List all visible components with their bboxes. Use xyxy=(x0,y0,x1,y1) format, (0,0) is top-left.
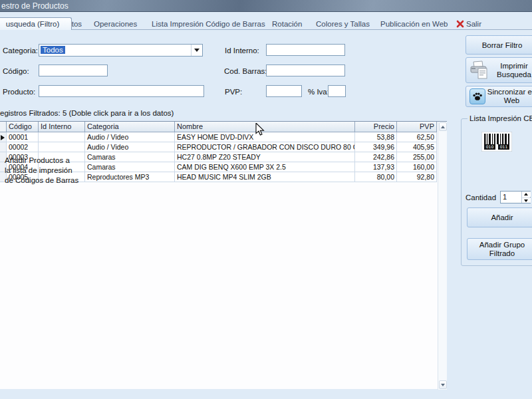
tab-colores-tallas[interactable]: Colores y Tallas xyxy=(316,20,370,29)
tab-lista-impresion-cb[interactable]: Lista Impresión Código de Barras xyxy=(152,20,265,29)
iva-label: % Iva: xyxy=(308,88,329,96)
add-products-info-line1: Añadir Productos a xyxy=(5,156,78,166)
table-header-row: Código Id Interno Categoria Nombre Preci… xyxy=(0,122,438,132)
table-row[interactable]: 00001 Audio / Video EASY HOME DVD-DIVX 5… xyxy=(0,132,438,142)
anadir-grupo-label-line1: Añadir Grupo xyxy=(479,241,525,249)
scroll-down-icon xyxy=(441,384,445,386)
anadir-grupo-filtrado-button[interactable]: Añadir Grupo Filtrado xyxy=(467,238,532,260)
tab-salir[interactable]: Salir xyxy=(456,20,481,29)
cell-precio: 349,96 xyxy=(355,142,397,152)
tab-operaciones[interactable]: Operaciones xyxy=(94,20,137,29)
codigo-input[interactable] xyxy=(39,65,108,76)
cell-categoria: Reproductores MP3 xyxy=(85,172,175,182)
cell-precio: 242,86 xyxy=(355,152,397,162)
printer-icon xyxy=(469,60,490,81)
sincronizar-web-button[interactable]: Sincronizar en Web xyxy=(466,86,532,107)
imprimir-busqueda-label-line2: Busqueda xyxy=(497,70,531,78)
borrar-filtro-label: Borrar Filtro xyxy=(482,41,523,49)
filtered-records-summary: egistros Filtrados: 5 (Doble click para … xyxy=(0,109,174,117)
header-pvp[interactable]: PVP xyxy=(397,122,437,132)
spin-down-button[interactable] xyxy=(522,198,531,203)
cell-categoria: Audio / Video xyxy=(85,142,175,152)
chevron-down-icon xyxy=(194,49,200,52)
cell-pvp: 255,00 xyxy=(397,152,437,162)
scroll-up-button[interactable] xyxy=(439,122,447,131)
categoria-selected-value: Todos xyxy=(41,46,65,54)
mouse-cursor xyxy=(255,123,265,138)
spin-up-button[interactable] xyxy=(522,192,531,197)
anadir-label: Añadir xyxy=(491,213,513,221)
product-master-window: estro de Productos usqueda (Filtro) Dato… xyxy=(0,0,532,399)
cell-codigo: 00002 xyxy=(7,142,39,152)
categoria-label: Categoria: xyxy=(3,47,38,55)
header-selector xyxy=(0,122,7,132)
spin-up-icon xyxy=(524,193,528,196)
add-products-info-line2: la lista de impresión xyxy=(5,166,78,176)
cell-id-interno xyxy=(39,142,85,152)
anadir-button[interactable]: Añadir xyxy=(467,207,532,227)
tab-strip-divider xyxy=(0,29,532,30)
cell-categoria: Audio / Video xyxy=(85,132,175,142)
id-interno-label: Id Interno: xyxy=(225,47,259,55)
imprimir-busqueda-button[interactable]: Imprimir Busqueda xyxy=(466,57,532,83)
cantidad-stepper[interactable]: 1 xyxy=(500,191,531,203)
header-codigo[interactable]: Código xyxy=(7,122,39,132)
tab-busqueda-filtro[interactable]: usqueda (Filtro) xyxy=(0,17,72,30)
iva-input[interactable] xyxy=(328,85,346,97)
header-nombre[interactable]: Nombre xyxy=(175,122,355,132)
tab-rotacion[interactable]: Rotación xyxy=(272,20,302,29)
cell-nombre: HC27 0.8MP Z20 STEADY xyxy=(175,152,355,162)
window-title: estro de Productos xyxy=(1,1,68,11)
barcode-icon: 010 011 xyxy=(481,132,512,153)
header-categoria[interactable]: Categoria xyxy=(85,122,175,132)
cell-nombre: EASY HOME DVD-DIVX xyxy=(175,132,355,142)
categoria-combobox[interactable]: Todos xyxy=(39,44,203,57)
close-x-icon xyxy=(456,20,464,29)
lista-impresion-cb-title: Lista Impresión CB xyxy=(467,114,532,122)
tab-publicacion-web[interactable]: Publicación en Web xyxy=(380,20,448,29)
sincronizar-web-label-line2: Web xyxy=(504,96,519,104)
row-selector xyxy=(0,142,7,152)
header-precio[interactable]: Precio xyxy=(355,122,397,132)
svg-text:010: 010 xyxy=(486,144,494,149)
table-row[interactable]: 00002 Audio / Video REPRODUCTOR / GRABAD… xyxy=(0,142,438,152)
cell-precio: 53,88 xyxy=(355,132,397,142)
table-vertical-scrollbar[interactable] xyxy=(438,122,447,390)
cell-categoria: Camaras xyxy=(85,162,175,172)
pvp-input[interactable] xyxy=(266,85,302,97)
anadir-grupo-label-line2: Filtrado xyxy=(489,249,515,257)
cell-precio: 137,93 xyxy=(355,162,397,172)
categoria-dropdown-button[interactable] xyxy=(191,45,202,56)
add-products-info-line3: de Códigos de Barras xyxy=(5,176,78,186)
current-row-arrow-icon xyxy=(1,135,5,140)
scroll-down-button[interactable] xyxy=(439,380,447,389)
cantidad-label: Cantidad xyxy=(466,194,496,201)
cell-pvp: 160,00 xyxy=(397,162,437,172)
cod-barras-input[interactable] xyxy=(266,65,345,76)
imprimir-busqueda-label-line1: Imprimir xyxy=(500,62,528,70)
codigo-label: Código: xyxy=(3,67,29,75)
cell-nombre: REPRODUCTOR / GRABADOR CON DISCO DURO 80… xyxy=(175,142,355,152)
producto-label: Producto: xyxy=(3,88,35,96)
cantidad-value: 1 xyxy=(503,193,507,201)
borrar-filtro-button[interactable]: Borrar Filtro xyxy=(466,35,532,55)
svg-text:011: 011 xyxy=(500,144,508,149)
cod-barras-label: Cod. Barras: xyxy=(224,67,267,75)
spin-down-icon xyxy=(524,200,528,202)
sincronizar-web-label-line1: Sincronizar en xyxy=(487,88,532,96)
row-selector xyxy=(0,132,7,142)
id-interno-input[interactable] xyxy=(266,44,345,56)
cell-pvp: 92,80 xyxy=(397,172,437,182)
header-id-interno[interactable]: Id Interno xyxy=(39,122,85,132)
title-bar[interactable]: estro de Productos xyxy=(0,0,532,12)
scroll-up-icon xyxy=(441,126,445,128)
paw-web-icon xyxy=(469,88,485,104)
pvp-label: PVP: xyxy=(225,88,242,96)
cantidad-spin-buttons xyxy=(521,192,530,203)
cell-nombre: CAM DIG BENQ X600 EMP 3X 2.5 xyxy=(175,162,355,172)
tab-salir-label: Salir xyxy=(466,20,481,28)
cell-codigo: 00001 xyxy=(7,132,39,142)
producto-input[interactable] xyxy=(39,85,204,97)
cell-pvp: 405,95 xyxy=(397,142,437,152)
cell-nombre: HEAD MUSIC MP4 SLIM 2GB xyxy=(175,172,355,182)
